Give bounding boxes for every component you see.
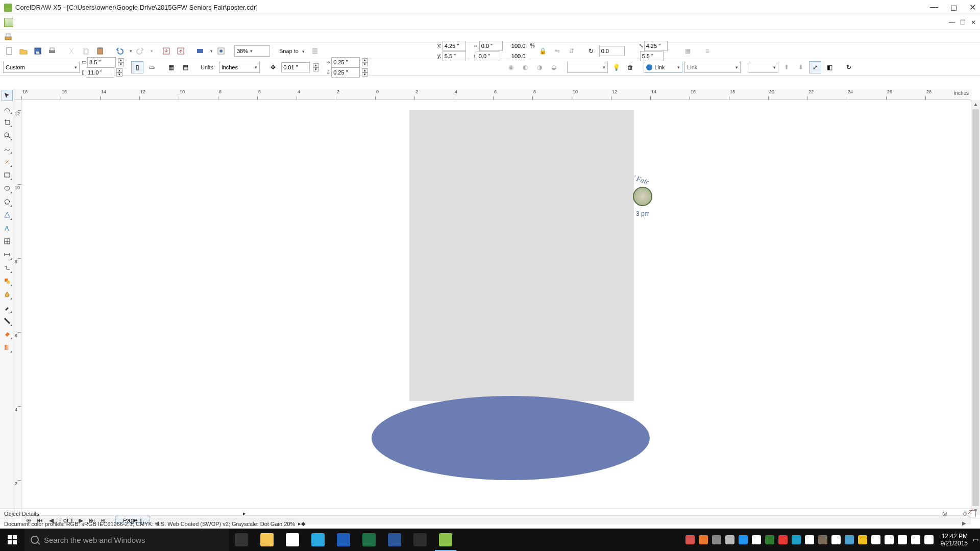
- outline-swatch-icon[interactable]: ◆: [301, 520, 305, 527]
- transparency-tool[interactable]: [2, 289, 13, 300]
- open-button[interactable]: [17, 45, 30, 57]
- lock-ratio-icon[interactable]: 🔒: [537, 45, 549, 57]
- treat-as-filled-icon[interactable]: ◧: [823, 61, 836, 73]
- polygon-tool[interactable]: [2, 196, 13, 207]
- size-h-field[interactable]: 0.0 ": [477, 51, 500, 61]
- tray-icon-4[interactable]: [739, 535, 748, 544]
- internet-link-combo[interactable]: Link▾: [644, 62, 682, 73]
- eyedropper-tool[interactable]: [2, 302, 13, 313]
- tray-icon-8[interactable]: [792, 535, 801, 544]
- nudge-field[interactable]: 0.01 ": [281, 62, 310, 72]
- taskbar-search[interactable]: Search the web and Windows: [24, 529, 229, 551]
- import-button[interactable]: [160, 45, 173, 57]
- blue-ellipse-object[interactable]: [372, 396, 650, 480]
- landscape-button[interactable]: ▭: [145, 61, 158, 73]
- units-combo[interactable]: inches▾: [219, 62, 260, 73]
- maximize-button[interactable]: ◻: [950, 3, 957, 12]
- tray-icon-13[interactable]: [858, 535, 867, 544]
- mirror-v-icon[interactable]: ⇵: [566, 45, 578, 57]
- paste-button[interactable]: [94, 45, 106, 57]
- page-preset-combo[interactable]: Custom▾: [3, 62, 80, 73]
- export-button[interactable]: [175, 45, 187, 57]
- close-button[interactable]: ✕: [969, 3, 976, 12]
- hint-icon[interactable]: 💡: [610, 61, 622, 73]
- start-button[interactable]: [0, 529, 24, 551]
- all-pages-button[interactable]: ▦: [165, 61, 177, 73]
- vertical-scrollbar[interactable]: ▲ ▼: [971, 100, 980, 515]
- bookmark-combo[interactable]: Link▾: [684, 62, 741, 73]
- snap-toggle-icon[interactable]: ⤢: [809, 61, 821, 73]
- undo-button[interactable]: [113, 45, 126, 57]
- basic-shapes-tool[interactable]: [2, 209, 13, 220]
- freehand-tool[interactable]: [2, 143, 13, 154]
- delete-icon[interactable]: 🗑: [624, 61, 636, 73]
- pos-x-field[interactable]: 4.25 ": [443, 41, 466, 51]
- interactive-fill-tool[interactable]: [2, 342, 13, 353]
- mdi-restore-button[interactable]: ❐: [960, 19, 966, 26]
- zoom-combo[interactable]: 38%▾: [234, 45, 270, 57]
- context-icon[interactable]: [4, 32, 13, 41]
- to-back-icon[interactable]: ⬇: [795, 61, 807, 73]
- outline-width-combo[interactable]: ▾: [748, 62, 778, 73]
- dup-x-field[interactable]: 4.25 ": [644, 41, 668, 51]
- tray-icon-7[interactable]: [778, 535, 788, 544]
- taskbar-app-word[interactable]: [382, 529, 407, 551]
- taskbar-app-file-explorer[interactable]: [254, 529, 280, 551]
- pick-tool[interactable]: [2, 90, 13, 101]
- interactive-blend-tool[interactable]: [2, 276, 13, 287]
- dup-offset-x-field[interactable]: 0.25 ": [331, 57, 360, 67]
- shape-tool[interactable]: [2, 103, 13, 114]
- connector-tool[interactable]: [2, 262, 13, 273]
- minimize-button[interactable]: —: [930, 3, 938, 12]
- taskbar-app-chrome[interactable]: [280, 529, 305, 551]
- scale-y-field[interactable]: 100.0: [510, 51, 529, 61]
- misc-btn-2[interactable]: ≡: [701, 45, 714, 57]
- tray-icon-3[interactable]: [725, 535, 734, 544]
- scale-x-field[interactable]: 100.0: [510, 41, 529, 51]
- crop-tool[interactable]: [2, 116, 13, 128]
- dup-y-field[interactable]: 5.5 ": [640, 51, 664, 61]
- dimension-tool[interactable]: [2, 249, 13, 260]
- scroll-up-button[interactable]: ▲: [971, 100, 980, 109]
- rectangle-tool[interactable]: [2, 169, 13, 181]
- fill-swatch-icon[interactable]: ◇: [963, 510, 967, 517]
- outline-tool[interactable]: [2, 315, 13, 327]
- text-tool[interactable]: A: [2, 222, 13, 234]
- taskbar-app-excel[interactable]: [356, 529, 382, 551]
- rotation-field[interactable]: 0.0: [599, 46, 625, 56]
- tray-icon-10[interactable]: [818, 535, 827, 544]
- taskbar-app-edge[interactable]: [331, 529, 356, 551]
- taskbar-app-task-view[interactable]: [229, 529, 254, 551]
- save-button[interactable]: [32, 45, 44, 57]
- print-button[interactable]: [46, 45, 58, 57]
- to-front-icon[interactable]: ⬆: [780, 61, 793, 73]
- tray-icon-18[interactable]: [924, 535, 934, 544]
- tray-icon-17[interactable]: [911, 535, 920, 544]
- smart-fill-tool[interactable]: [2, 156, 13, 167]
- taskbar-app-skype[interactable]: [305, 529, 331, 551]
- taskbar-app-obs[interactable]: [407, 529, 433, 551]
- fair-artwork-group[interactable]: ' Fair 3 pm: [633, 177, 652, 217]
- tray-icon-14[interactable]: [871, 535, 880, 544]
- page-height-field[interactable]: 11.0 ": [86, 67, 114, 78]
- pos-y-field[interactable]: 5.5 ": [443, 51, 466, 61]
- tray-icon-11[interactable]: [831, 535, 841, 544]
- v-scroll-thumb[interactable]: [972, 109, 979, 506]
- drawing-viewport[interactable]: ' Fair 3 pm: [21, 100, 971, 515]
- proof-colors-icon[interactable]: ◎: [942, 510, 947, 517]
- taskbar-clock[interactable]: 12:42 PM 9/21/2015: [938, 533, 971, 547]
- tray-icon-1[interactable]: [699, 535, 708, 544]
- new-button[interactable]: [3, 45, 15, 57]
- mdi-minimize-button[interactable]: —: [949, 19, 955, 26]
- snap-to-button[interactable]: Snap to ▾: [279, 48, 305, 54]
- tray-icon-16[interactable]: [898, 535, 907, 544]
- tray-icon-0[interactable]: [685, 535, 695, 544]
- size-w-field[interactable]: 0.0 ": [479, 41, 503, 51]
- page-width-field[interactable]: 8.5 ": [87, 57, 116, 67]
- tray-icon-9[interactable]: [805, 535, 814, 544]
- table-tool[interactable]: [2, 236, 13, 247]
- tray-icon-5[interactable]: [752, 535, 761, 544]
- taskbar-app-coreldraw[interactable]: [433, 529, 458, 551]
- horizontal-ruler[interactable]: 181614121086420246810121416182022242628 …: [14, 89, 971, 100]
- mirror-h-icon[interactable]: ⇋: [551, 45, 564, 57]
